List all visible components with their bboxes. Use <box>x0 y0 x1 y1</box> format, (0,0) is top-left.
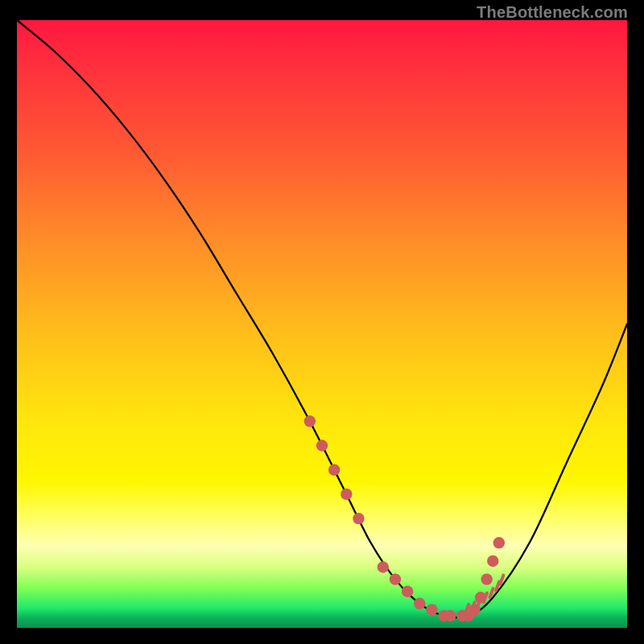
watermark-text: TheBottleneck.com <box>477 3 628 22</box>
highlight-markers <box>304 415 505 621</box>
marker-dot <box>304 415 316 427</box>
marker-dot <box>487 555 498 567</box>
curve-line <box>17 20 627 617</box>
marker-dot <box>469 604 480 615</box>
tick-mark <box>500 576 503 584</box>
marker-dot <box>481 573 492 584</box>
marker-dot <box>444 610 456 621</box>
marker-dot <box>426 604 437 615</box>
marker-dot <box>475 592 486 603</box>
chart-frame: TheBottleneck.com <box>0 0 644 644</box>
marker-dot <box>328 464 340 476</box>
marker-dot <box>402 586 413 597</box>
marker-dot <box>390 573 401 584</box>
marker-dot <box>414 598 425 609</box>
marker-dot <box>378 561 389 572</box>
marker-dot <box>316 440 328 451</box>
plot-area <box>17 20 627 628</box>
bottleneck-curve <box>17 20 627 617</box>
curve-svg <box>17 20 627 628</box>
tick-mark <box>489 588 493 597</box>
marker-dot <box>353 513 364 524</box>
marker-dot <box>493 537 505 548</box>
marker-dot <box>341 489 352 500</box>
